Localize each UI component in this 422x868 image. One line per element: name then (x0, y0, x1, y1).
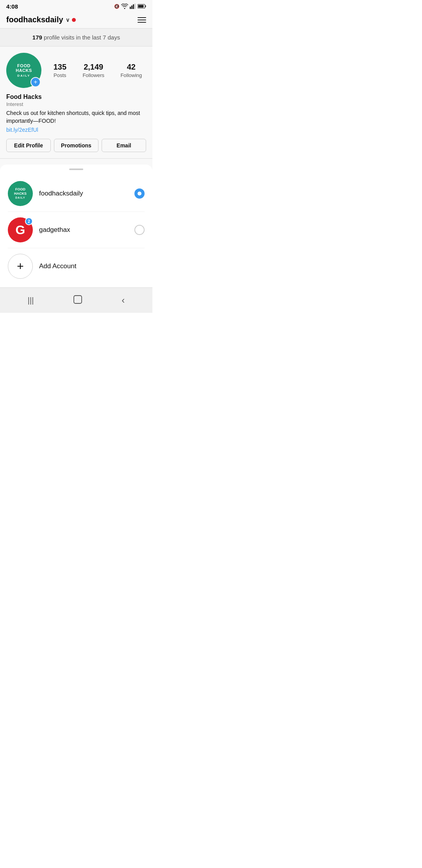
notification-dot (72, 18, 76, 22)
chevron-down-icon: ∨ (66, 17, 70, 23)
nav-menu-button[interactable]: ||| (20, 294, 42, 307)
status-time: 4:08 (6, 3, 18, 10)
profile-name: Food Hacks (6, 93, 146, 100)
profile-visits-banner: 179 profile visits in the last 7 days (0, 29, 152, 47)
svg-rect-6 (138, 5, 144, 7)
status-bar: 4:08 🔇 (0, 0, 152, 12)
account-avatar-gadgethax: G 2 (8, 217, 33, 242)
sheet-handle (69, 169, 83, 170)
profile-bio: Check us out for kitchen shortcuts, quic… (6, 109, 146, 125)
account-name-gadgethax: gadgethax (39, 226, 128, 234)
visits-suffix: profile visits in the last 7 days (42, 34, 120, 41)
profile-link[interactable]: bit.ly/2ezEfUl (6, 127, 38, 133)
signal-icon (130, 4, 136, 10)
account-radio-gadgethax (134, 225, 145, 235)
svg-rect-2 (133, 4, 134, 9)
followers-label: Followers (82, 72, 104, 78)
add-account-plus-icon: + (17, 260, 24, 273)
account-avatar-foodhacks: FOODHACKSDAILY (8, 181, 33, 206)
account-list: FOODHACKSDAILY foodhacksdaily G 2 gadget… (0, 172, 152, 287)
visits-count: 179 (32, 34, 42, 41)
nav-back-button[interactable]: ‹ (114, 293, 132, 307)
action-buttons: Edit Profile Promotions Email (6, 139, 146, 152)
posts-stat[interactable]: 135 Posts (54, 63, 66, 79)
profile-category: Interest (6, 101, 146, 107)
account-item-foodhacksdaily[interactable]: FOODHACKSDAILY foodhacksdaily (0, 176, 152, 212)
profile-section: FOODHACKSDAILY + 135 Posts 2,149 Followe… (0, 47, 152, 158)
profile-top: FOODHACKSDAILY + 135 Posts 2,149 Followe… (6, 53, 146, 88)
followers-stat[interactable]: 2,149 Followers (82, 63, 104, 79)
bottom-sheet: FOODHACKSDAILY foodhacksdaily G 2 gadget… (0, 165, 152, 313)
followers-count: 2,149 (82, 63, 104, 72)
add-account-label: Add Account (39, 262, 145, 270)
avatar-wrap: FOODHACKSDAILY + (6, 53, 41, 88)
mute-icon: 🔇 (114, 4, 120, 9)
following-label: Following (120, 72, 142, 78)
status-icons: 🔇 (114, 4, 146, 10)
svg-rect-1 (131, 5, 132, 9)
wifi-icon (121, 4, 128, 10)
following-count: 42 (120, 63, 142, 72)
account-item-add[interactable]: + Add Account (0, 248, 152, 284)
avatar-text: FOODHACKSDAILY (16, 63, 32, 78)
add-story-button[interactable]: + (30, 77, 41, 87)
nav-home-button[interactable] (66, 294, 90, 307)
promotions-button[interactable]: Promotions (54, 139, 98, 152)
account-item-gadgethax[interactable]: G 2 gadgethax (0, 212, 152, 248)
header: foodhacksdaily ∨ (0, 12, 152, 29)
hamburger-menu-button[interactable] (138, 17, 146, 23)
posts-count: 135 (54, 63, 66, 72)
svg-rect-0 (130, 7, 131, 9)
posts-label: Posts (54, 72, 66, 78)
gadgethax-g-letter: G (16, 223, 25, 237)
edit-profile-button[interactable]: Edit Profile (6, 139, 51, 152)
account-name-foodhacksdaily: foodhacksdaily (39, 190, 128, 197)
header-username-area[interactable]: foodhacksdaily ∨ (6, 15, 76, 24)
svg-rect-3 (134, 4, 136, 9)
system-nav-bar: ||| ‹ (0, 287, 152, 313)
svg-rect-5 (145, 5, 146, 7)
following-stat[interactable]: 42 Following (120, 63, 142, 79)
account-radio-foodhacksdaily (134, 188, 145, 199)
battery-icon (138, 4, 146, 9)
gadgethax-badge: 2 (25, 217, 33, 225)
email-button[interactable]: Email (102, 139, 146, 152)
profile-stats: 135 Posts 2,149 Followers 42 Following (49, 63, 146, 79)
svg-rect-9 (74, 296, 82, 303)
username-text: foodhacksdaily (6, 15, 63, 24)
add-account-avatar: + (8, 254, 33, 279)
